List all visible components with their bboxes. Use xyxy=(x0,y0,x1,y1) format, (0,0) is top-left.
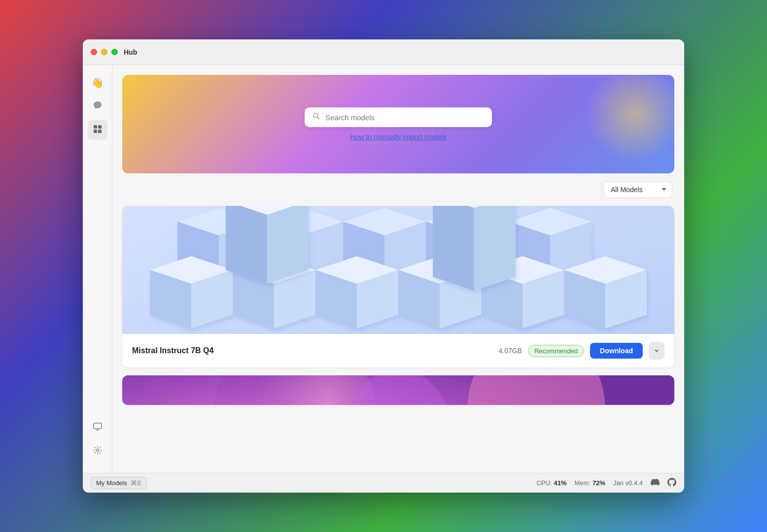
download-button-mistral[interactable]: Download xyxy=(590,343,643,359)
how-to-link[interactable]: How to manually import models xyxy=(350,133,446,141)
hero-banner: How to manually import models xyxy=(122,75,674,173)
version-label: Jan v0.4.4 xyxy=(613,479,643,487)
search-input[interactable] xyxy=(325,113,484,122)
recommended-badge: Recommended xyxy=(528,345,584,357)
grid-icon xyxy=(93,124,103,136)
discord-icon[interactable] xyxy=(651,478,660,488)
svg-rect-0 xyxy=(94,125,97,129)
svg-rect-4 xyxy=(94,423,102,429)
svg-marker-46 xyxy=(474,206,516,291)
statusbar-right: CPU: 41% Mem: 72% Jan v0.4.4 xyxy=(536,478,676,488)
svg-rect-3 xyxy=(98,130,102,133)
svg-rect-1 xyxy=(98,125,102,129)
window-title: Hub xyxy=(124,48,137,56)
filter-row: All Models Chat Vision Embedding xyxy=(122,181,674,198)
traffic-lights xyxy=(91,49,118,55)
model-card-image-cubes xyxy=(122,206,674,334)
model-name-mistral: Mistral Instruct 7B Q4 xyxy=(132,346,492,355)
cpu-status: CPU: 41% xyxy=(536,479,566,487)
search-bar-container xyxy=(305,107,492,127)
model-size-mistral: 4.07GB xyxy=(498,347,522,355)
model-card-image-purple xyxy=(122,375,674,405)
titlebar: Hub xyxy=(83,39,684,65)
svg-marker-45 xyxy=(433,206,474,291)
model-filter-select[interactable]: All Models Chat Vision Embedding xyxy=(603,181,672,198)
app-layout: 👋 xyxy=(83,65,684,473)
chat-icon xyxy=(93,100,103,113)
model-card-mistral: Mistral Instruct 7B Q4 4.07GB Recommende… xyxy=(122,206,674,367)
sidebar-item-chat[interactable] xyxy=(88,97,107,116)
sidebar-top: 👋 xyxy=(88,73,107,418)
sidebar-item-grid[interactable] xyxy=(88,120,107,140)
model-card-footer-mistral: Mistral Instruct 7B Q4 4.07GB Recommende… xyxy=(122,334,674,367)
statusbar: My Models ⌘E CPU: 41% Mem: 72% Jan v0.4.… xyxy=(83,473,684,493)
sidebar-item-wave[interactable]: 👋 xyxy=(88,73,107,93)
wave-icon: 👋 xyxy=(91,77,104,89)
maximize-button[interactable] xyxy=(111,49,118,55)
github-icon[interactable] xyxy=(667,478,676,488)
sidebar-item-monitor[interactable] xyxy=(88,418,107,437)
svg-point-5 xyxy=(96,449,99,451)
svg-rect-2 xyxy=(94,130,97,133)
main-content: How to manually import models All Models… xyxy=(112,65,684,473)
svg-point-49 xyxy=(467,375,605,405)
search-icon xyxy=(313,112,320,122)
close-button[interactable] xyxy=(91,49,97,55)
sidebar: 👋 xyxy=(83,65,112,473)
settings-icon xyxy=(93,445,103,458)
sidebar-item-settings[interactable] xyxy=(88,441,107,461)
my-models-button[interactable]: My Models ⌘E xyxy=(91,477,147,489)
monitor-icon xyxy=(93,422,103,434)
download-chevron-button[interactable] xyxy=(649,342,664,360)
model-card-second xyxy=(122,375,674,405)
minimize-button[interactable] xyxy=(101,49,107,55)
mem-status: Mem: 72% xyxy=(574,479,605,487)
sidebar-bottom xyxy=(88,418,107,465)
app-window: Hub 👋 xyxy=(83,39,684,493)
